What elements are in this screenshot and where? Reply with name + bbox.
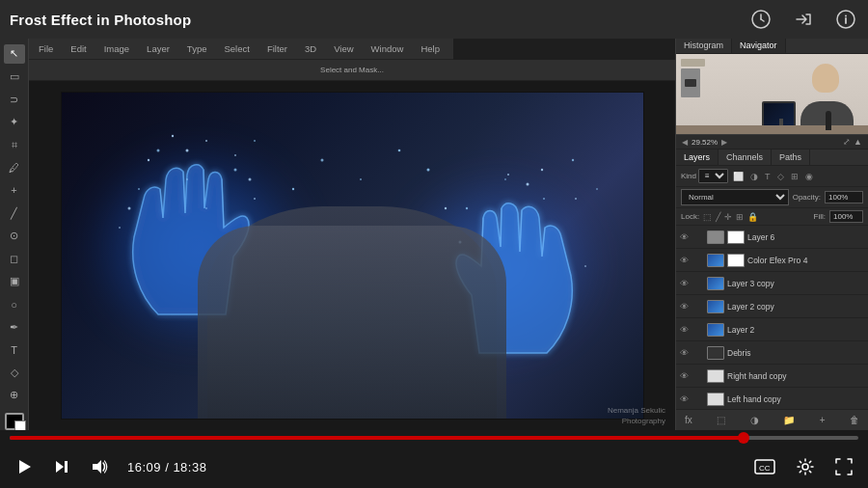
menu-image[interactable]: Image bbox=[100, 41, 133, 56]
tool-zoom[interactable]: ⊕ bbox=[4, 386, 25, 405]
layer-righthandcopy[interactable]: 👁 Right hand copy bbox=[676, 365, 868, 388]
tool-magic-wand[interactable]: ✦ bbox=[4, 113, 25, 132]
progress-area[interactable] bbox=[0, 430, 868, 446]
progress-dot bbox=[738, 432, 749, 444]
zoom-fit[interactable]: ⤢ bbox=[843, 137, 851, 147]
info-icon[interactable] bbox=[833, 7, 858, 32]
colorefex-thumb bbox=[707, 254, 724, 267]
lefthandcopy-visibility[interactable]: 👁 bbox=[680, 394, 692, 404]
filter-pixel[interactable]: ⬜ bbox=[731, 172, 746, 181]
layer-lefthandcopy[interactable]: 👁 Left hand copy bbox=[676, 388, 868, 409]
filter-type[interactable]: T bbox=[763, 172, 773, 181]
play-button[interactable] bbox=[12, 454, 37, 479]
tool-eyedropper[interactable]: 🖊 bbox=[4, 158, 25, 177]
add-mask-icon[interactable]: ⬚ bbox=[714, 413, 728, 427]
menu-filter[interactable]: Filter bbox=[263, 41, 291, 56]
delete-layer-icon[interactable]: 🗑 bbox=[847, 413, 862, 427]
layers-list[interactable]: 👁 Layer 6 👁 Color Efex Pro 4 👁 bbox=[676, 226, 868, 409]
layer-colorefex[interactable]: 👁 Color Efex Pro 4 bbox=[676, 249, 868, 272]
opacity-label: Opacity: bbox=[793, 193, 821, 202]
menu-edit[interactable]: Edit bbox=[67, 41, 90, 56]
zoom-decrease[interactable]: ◀ bbox=[682, 138, 688, 147]
lock-all-icon[interactable]: 🔒 bbox=[747, 212, 758, 222]
progress-track[interactable] bbox=[10, 436, 858, 440]
tool-text[interactable]: T bbox=[4, 340, 25, 360]
add-group-icon[interactable]: 📁 bbox=[780, 413, 798, 427]
layer-layer2[interactable]: 👁 Layer 2 bbox=[676, 318, 868, 341]
volume-button[interactable] bbox=[87, 454, 112, 479]
debris-visibility[interactable]: 👁 bbox=[680, 348, 692, 358]
zoom-increase[interactable]: ▶ bbox=[721, 138, 727, 147]
tab-histogram[interactable]: Histogram bbox=[676, 39, 732, 53]
foreground-color[interactable] bbox=[5, 413, 24, 430]
layer-layer3copy[interactable]: 👁 Layer 3 copy bbox=[676, 272, 868, 295]
filter-smart[interactable]: ⊞ bbox=[789, 172, 800, 181]
settings-button[interactable] bbox=[793, 454, 818, 479]
layer6-visibility[interactable]: 👁 bbox=[680, 232, 692, 242]
layer6-mask bbox=[727, 230, 745, 244]
tool-dodge[interactable]: ○ bbox=[4, 295, 25, 314]
layer-debris[interactable]: 👁 Debris bbox=[676, 341, 868, 365]
layer3copy-visibility[interactable]: 👁 bbox=[680, 279, 692, 288]
filter-adjustment[interactable]: ◑ bbox=[748, 172, 760, 181]
video-frame bbox=[61, 92, 644, 420]
tool-crop[interactable]: ⌗ bbox=[4, 135, 25, 154]
lock-position-icon[interactable]: ✛ bbox=[724, 212, 732, 222]
progress-fill bbox=[10, 436, 744, 440]
tool-gradient[interactable]: ▣ bbox=[4, 272, 25, 291]
menu-select[interactable]: Select bbox=[220, 41, 253, 56]
panel-collapse[interactable]: ▲ bbox=[854, 137, 862, 147]
lock-transparency-icon[interactable]: ⬚ bbox=[703, 212, 712, 222]
layer2-visibility[interactable]: 👁 bbox=[680, 325, 692, 335]
controls-bar: 16:09 / 18:38 CC bbox=[0, 430, 868, 488]
layer3copy-thumb bbox=[707, 277, 724, 290]
tool-pen[interactable]: ✒ bbox=[4, 317, 25, 337]
fill-input[interactable] bbox=[829, 210, 863, 223]
menu-layer[interactable]: Layer bbox=[143, 41, 174, 56]
tool-brush[interactable]: ╱ bbox=[4, 203, 25, 223]
layer-layer6[interactable]: 👁 Layer 6 bbox=[676, 226, 868, 249]
share-icon[interactable] bbox=[791, 7, 816, 32]
tab-paths[interactable]: Paths bbox=[772, 149, 810, 165]
lock-artboard-icon[interactable]: ⊞ bbox=[736, 212, 744, 222]
add-adjustment-icon[interactable]: ◑ bbox=[747, 413, 762, 427]
opacity-input[interactable]: 100% bbox=[825, 191, 863, 203]
svg-point-6 bbox=[185, 149, 188, 152]
ps-menu-bar: File Edit Image Layer Type Select Filter… bbox=[29, 39, 453, 60]
clock-icon[interactable] bbox=[748, 7, 773, 32]
filter-shape[interactable]: ◇ bbox=[775, 172, 786, 181]
next-button[interactable] bbox=[50, 455, 73, 478]
layer-layer2copy[interactable]: 👁 Layer 2 copy bbox=[676, 295, 868, 318]
menu-3d[interactable]: 3D bbox=[301, 41, 320, 56]
svg-marker-38 bbox=[19, 460, 31, 474]
tool-lasso[interactable]: ⊃ bbox=[4, 90, 25, 109]
top-bar-actions bbox=[748, 7, 858, 32]
righthandcopy-visibility[interactable]: 👁 bbox=[680, 371, 692, 381]
menu-window[interactable]: Window bbox=[367, 41, 408, 56]
fullscreen-button[interactable] bbox=[831, 454, 856, 479]
menu-view[interactable]: View bbox=[330, 41, 357, 56]
tool-healing[interactable]: + bbox=[4, 181, 25, 201]
layer2copy-visibility[interactable]: 👁 bbox=[680, 302, 692, 312]
tool-shape[interactable]: ◇ bbox=[4, 364, 25, 383]
kind-select[interactable]: ≡ bbox=[698, 169, 728, 183]
filter-toggle[interactable]: ◉ bbox=[805, 172, 813, 181]
histogram-nav-tab: Histogram Navigator bbox=[676, 39, 868, 54]
menu-help[interactable]: Help bbox=[417, 41, 444, 56]
tab-navigator[interactable]: Navigator bbox=[732, 39, 786, 53]
captions-button[interactable]: CC bbox=[750, 455, 779, 478]
menu-type[interactable]: Type bbox=[183, 41, 211, 56]
lock-pixels-icon[interactable]: ╱ bbox=[716, 212, 720, 222]
new-layer-icon[interactable]: + bbox=[817, 413, 828, 427]
tool-eraser[interactable]: ◻ bbox=[4, 249, 25, 268]
blend-mode-select[interactable]: Normal bbox=[681, 189, 789, 205]
tool-move[interactable]: ↖ bbox=[4, 44, 25, 64]
tab-channels[interactable]: Channels bbox=[719, 149, 772, 165]
tool-marquee[interactable]: ▭ bbox=[4, 68, 25, 87]
tool-clone[interactable]: ⊙ bbox=[4, 227, 25, 246]
tab-layers[interactable]: Layers bbox=[676, 149, 719, 165]
add-style-icon[interactable]: fx bbox=[682, 413, 695, 427]
colorefex-visibility[interactable]: 👁 bbox=[680, 256, 692, 265]
menu-file[interactable]: File bbox=[35, 41, 57, 56]
video-canvas[interactable] bbox=[29, 81, 675, 430]
